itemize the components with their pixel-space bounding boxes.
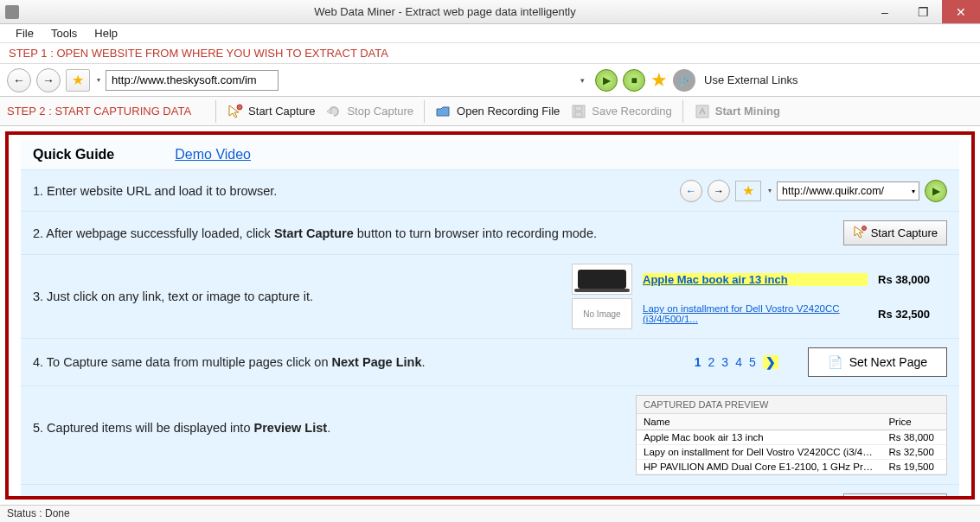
url-input[interactable] <box>106 70 279 91</box>
go-button[interactable]: ▶ <box>595 69 618 92</box>
cursor-record-icon <box>227 103 244 120</box>
preview-caption: CAPTURED DATA PREVIEW <box>637 396 946 414</box>
title-bar: Web Data Miner - Extract web page data i… <box>0 0 980 24</box>
svg-point-1 <box>237 105 242 110</box>
page-5[interactable]: 5 <box>749 355 756 369</box>
save-recording-label: Save Recording <box>592 105 672 118</box>
undo-icon <box>325 103 343 120</box>
svg-point-8 <box>862 226 866 231</box>
laptop-icon <box>578 270 626 289</box>
chevron-down-icon: ▾ <box>912 187 915 194</box>
listing-2-title[interactable]: Lapy on installment for Dell Vostro V242… <box>643 303 868 324</box>
save-icon <box>570 103 587 120</box>
menu-tools[interactable]: Tools <box>42 25 86 41</box>
stop-icon: ■ <box>631 74 637 86</box>
step-2-text: 2. After webpage successfully loaded, cl… <box>33 226 597 240</box>
listing-sample: Apple Mac book air 13 inch Rs 38,000 No … <box>572 264 947 329</box>
svg-rect-4 <box>575 106 582 111</box>
mining-icon <box>694 103 711 120</box>
preview-table-block: CAPTURED DATA PREVIEW Name Price Apple M… <box>636 395 947 475</box>
external-link-label: Use External Links <box>704 73 797 86</box>
step-4-text: 4. To Capture same data from multiple pa… <box>33 355 425 369</box>
status-bar: Status : Done <box>0 505 980 522</box>
stop-capture-label: Stop Capture <box>347 105 413 118</box>
listing-1-price: Rs 38,000 <box>878 273 947 286</box>
folder-open-icon <box>435 103 452 120</box>
app-icon <box>5 5 19 19</box>
menu-bar: File Tools Help <box>0 24 980 43</box>
step-1-text: 1. Enter website URL and load it to brow… <box>33 184 277 198</box>
link-icon: 🔗 <box>677 73 691 86</box>
no-image-thumb: No Image <box>572 298 632 329</box>
table-row: Apple Mac book air 13 inchRs 38,000 <box>637 430 946 445</box>
play-icon: ▶ <box>932 185 940 197</box>
listing-thumb <box>572 264 632 295</box>
save-recording-button[interactable]: Save Recording <box>565 101 677 122</box>
col-name: Name <box>637 414 881 430</box>
col-price: Price <box>881 414 946 430</box>
page-icon: 📄 <box>828 355 842 369</box>
preview-table: Name Price Apple Mac book air 13 inchRs … <box>637 414 946 474</box>
step1-header: STEP 1 : OPEN WEBSITE FROM WHERE YOU WIS… <box>0 43 980 64</box>
maximize-button[interactable]: ❐ <box>904 0 942 23</box>
start-mining-button[interactable]: Start Mining <box>689 101 785 122</box>
table-row: Lapy on installment for Dell Vostro V242… <box>637 445 946 460</box>
page-3[interactable]: 3 <box>721 355 728 369</box>
start-capture-button[interactable]: Start Capture <box>221 101 320 122</box>
mini-go-button[interactable]: ▶ <box>925 180 947 202</box>
browser-viewport: Quick Guide Demo Video 1. Enter website … <box>5 131 975 500</box>
next-page-arrow-icon[interactable]: ❯ <box>763 355 778 369</box>
arrow-right-icon: → <box>714 185 724 197</box>
step2-header: STEP 2 : START CAPTURING DATA <box>7 105 191 118</box>
step-3-text: 3. Just click on any link, text or image… <box>33 290 313 303</box>
stop-button[interactable]: ■ <box>623 69 645 92</box>
capture-toolbar: STEP 2 : START CAPTURING DATA Start Capt… <box>0 97 980 126</box>
forward-button[interactable]: → <box>36 68 61 92</box>
star-icon: ★ <box>742 182 754 199</box>
favorite-star-icon[interactable]: ★ <box>650 69 668 92</box>
quick-guide: Quick Guide Demo Video 1. Enter website … <box>21 140 959 496</box>
pagination: 1 2 3 4 5 ❯ <box>695 355 778 369</box>
mini-url-input[interactable] <box>777 181 919 201</box>
open-recording-button[interactable]: Open Recording File <box>430 101 565 122</box>
page-1[interactable]: 1 <box>695 355 701 369</box>
open-recording-label: Open Recording File <box>457 105 560 118</box>
content-scroll[interactable]: Quick Guide Demo Video 1. Enter website … <box>9 135 971 496</box>
page-2[interactable]: 2 <box>708 355 715 369</box>
url-toolbar: ← → ★ ▾ ▾ ▶ ■ ★ 🔗 Use External Links <box>0 64 980 97</box>
arrow-left-icon: ← <box>13 73 25 87</box>
arrow-left-icon: ← <box>686 185 696 197</box>
close-button[interactable]: ✕ <box>942 0 980 23</box>
listing-1-title[interactable]: Apple Mac book air 13 inch <box>643 273 868 286</box>
menu-help[interactable]: Help <box>86 25 126 41</box>
mini-back-button[interactable]: ← <box>680 180 702 202</box>
chevron-down-icon[interactable]: ▾ <box>580 76 585 85</box>
chevron-down-icon[interactable]: ▾ <box>97 76 100 84</box>
back-button[interactable]: ← <box>7 68 31 92</box>
favorites-button[interactable]: ★ <box>66 69 90 92</box>
minimize-button[interactable]: – <box>866 0 904 23</box>
demo-video-link[interactable]: Demo Video <box>175 147 251 162</box>
menu-file[interactable]: File <box>7 25 42 41</box>
chevron-down-icon: ▾ <box>768 187 772 194</box>
set-next-page-button[interactable]: 📄 Set Next Page <box>808 347 947 377</box>
mini-favorites-button[interactable]: ★ <box>735 181 761 201</box>
guide-start-capture-button[interactable]: Start Capture <box>843 220 947 245</box>
start-mining-label: Start Mining <box>715 105 780 118</box>
table-row: HP PAVILION AMD Dual Core E1-2100, 1 GHz… <box>637 460 946 474</box>
guide-title: Quick Guide <box>33 147 114 162</box>
page-4[interactable]: 4 <box>735 355 742 369</box>
external-link-button[interactable]: 🔗 <box>673 69 695 92</box>
stop-capture-button[interactable]: Stop Capture <box>320 101 419 122</box>
mini-forward-button[interactable]: → <box>708 180 730 202</box>
step-5-text: 5. Captured items will be displayed into… <box>33 395 330 435</box>
listing-2-price: Rs 32,500 <box>878 308 947 321</box>
window-title: Web Data Miner - Extract web page data i… <box>24 5 866 18</box>
arrow-right-icon: → <box>42 73 54 87</box>
guide-stop-capture-button[interactable]: Stop Capture <box>843 493 947 496</box>
play-icon: ▶ <box>603 74 611 86</box>
svg-rect-5 <box>575 112 582 117</box>
start-capture-label: Start Capture <box>248 105 315 118</box>
star-icon: ★ <box>72 72 84 88</box>
cursor-record-icon <box>853 225 867 241</box>
